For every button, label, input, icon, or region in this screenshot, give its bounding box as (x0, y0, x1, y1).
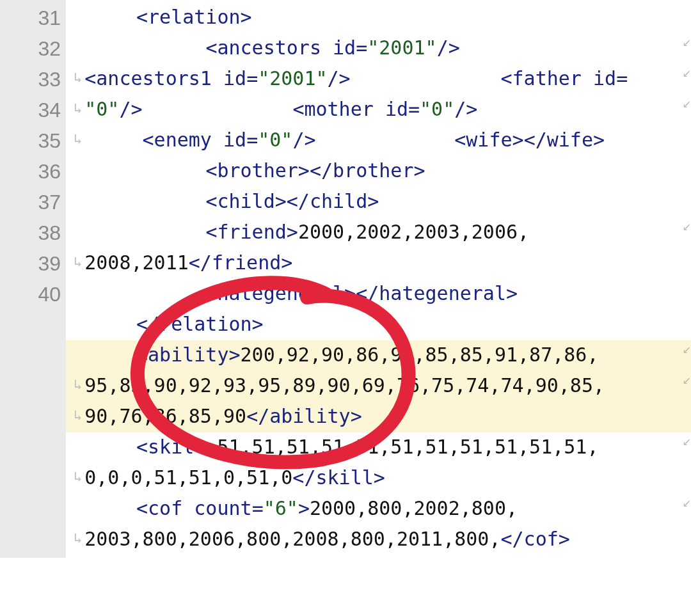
line-number: 35 (0, 125, 61, 156)
xml-tag: <cof (136, 497, 182, 519)
xml-tag: <ancestors (205, 36, 321, 59)
code-content[interactable]: <relation> <ancestors id="2001"/>↙ ↳<anc… (66, 0, 691, 558)
line-number: 36 (0, 156, 61, 187)
code-line[interactable]: <hategeneral></hategeneral> (66, 279, 691, 310)
xml-attr-value: "2001" (367, 36, 436, 59)
soft-wrap-icon: ↙ (683, 31, 691, 52)
xml-tag: <child> (205, 190, 286, 212)
wrap-continue-icon: ↳ (66, 407, 84, 423)
code-line-wrap[interactable]: ↳2003,800,2006,800,2008,800,2011,800,</c… (66, 525, 691, 555)
soft-wrap-icon: ↙ (683, 61, 691, 83)
code-line-wrap[interactable]: ↳90,76,86,85,90</ability> (66, 402, 691, 432)
code-line-wrap[interactable]: ↳<ancestors1 id="2001"/> <father id=↙ (66, 64, 691, 95)
soft-wrap-icon: ↙ (683, 92, 691, 113)
soft-wrap-icon: ↙ (683, 491, 691, 512)
xml-tag: <brother> (205, 159, 310, 182)
code-line-wrap[interactable]: ↳95,83,90,92,93,95,89,90,69,76,75,74,74,… (66, 371, 691, 402)
line-number-gutter: 31 32 33 34 35 36 37 38 39 40 (0, 0, 66, 558)
soft-wrap-icon: ↙ (683, 368, 691, 390)
line-number: 39 (0, 248, 61, 279)
xml-text: 51,51,51,51,51,51,51,51,51,51,51, (217, 436, 598, 458)
code-line-current[interactable]: <ability>200,92,90,86,91,85,85,91,87,86,… (66, 340, 691, 371)
xml-text: 200,92,90,86,91,85,85,91,87,86, (241, 344, 599, 366)
xml-tag: <relation> (136, 6, 252, 28)
code-editor[interactable]: 31 32 33 34 35 36 37 38 39 40 <relation>… (0, 0, 691, 558)
xml-text: 2000,2002,2003,2006, (298, 221, 529, 243)
xml-close-tag: </relation> (136, 313, 264, 335)
code-line-wrap[interactable]: ↳ <enemy id="0"/> <wife></wife> (66, 125, 691, 156)
line-number: 34 (0, 95, 61, 125)
line-number: 37 (0, 187, 61, 217)
wrap-continue-icon: ↳ (66, 100, 84, 116)
soft-wrap-icon: ↙ (683, 430, 691, 451)
xml-tag: <ancestors1 (84, 67, 212, 90)
code-line[interactable]: <relation> (66, 3, 691, 33)
code-line[interactable]: <cof count="6">2000,800,2002,800,↙ (66, 494, 691, 525)
code-line[interactable]: <friend>2000,2002,2003,2006,↙ (66, 217, 691, 248)
code-line-wrap[interactable]: ↳2008,2011</friend> (66, 248, 691, 279)
code-line-wrap[interactable]: ↳0,0,0,51,51,0,51,0</skill> (66, 463, 691, 494)
xml-tag: <enemy (143, 129, 212, 151)
soft-wrap-icon: ↙ (683, 338, 691, 359)
xml-tag: <mother (292, 98, 373, 120)
xml-tag: <wife> (454, 129, 523, 151)
code-line[interactable]: <child></child> (66, 187, 691, 217)
xml-tag: <ability> (136, 344, 241, 366)
xml-tag: <friend> (205, 221, 298, 243)
line-number: 38 (0, 217, 61, 248)
code-line[interactable]: <ancestors id="2001"/>↙ (66, 33, 691, 64)
wrap-continue-icon: ↳ (66, 70, 84, 86)
wrap-continue-icon: ↳ (66, 469, 84, 485)
wrap-continue-icon: ↳ (66, 254, 84, 270)
line-number: 40 (0, 279, 61, 310)
code-line[interactable]: <skill>51,51,51,51,51,51,51,51,51,51,51,… (66, 432, 691, 463)
line-number: 32 (0, 33, 61, 64)
xml-text: 2000,800,2002,800, (310, 497, 518, 519)
xml-attr: id (333, 36, 356, 59)
wrap-continue-icon: ↳ (66, 377, 84, 393)
line-number: 33 (0, 64, 61, 95)
xml-tag: <father (501, 67, 582, 90)
line-number: 31 (0, 3, 61, 33)
xml-tag: <skill> (136, 436, 217, 458)
code-line[interactable]: <brother></brother> (66, 156, 691, 187)
code-line-wrap[interactable]: ↳"0"/> <mother id="0"/>↙ (66, 95, 691, 125)
wrap-continue-icon: ↳ (66, 131, 84, 147)
wrap-continue-icon: ↳ (66, 530, 84, 546)
xml-tag: <hategeneral> (205, 282, 356, 304)
soft-wrap-icon: ↙ (683, 215, 691, 236)
code-line[interactable]: </relation> (66, 310, 691, 340)
